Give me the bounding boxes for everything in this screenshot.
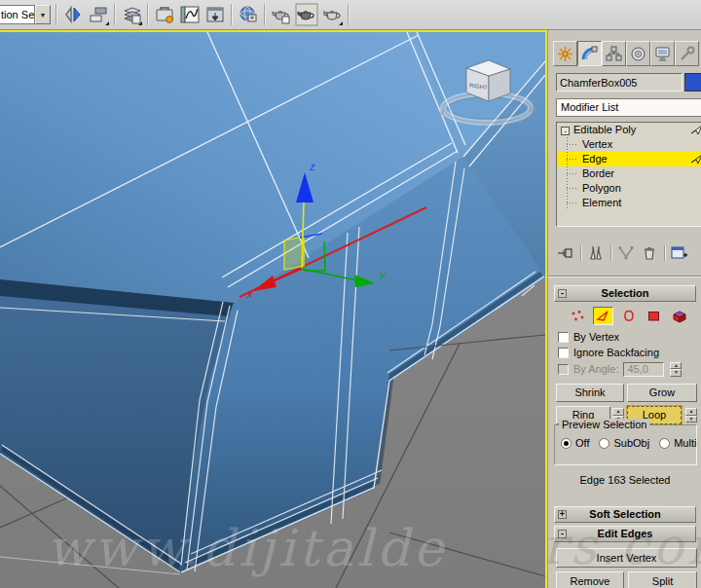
insert-vertex-button[interactable]: Insert Vertex — [556, 548, 697, 568]
tab-display[interactable] — [650, 41, 675, 66]
tab-hierarchy[interactable] — [602, 41, 626, 66]
tab-create[interactable] — [553, 41, 577, 66]
by-angle-checkbox — [558, 364, 569, 375]
collapse-icon[interactable]: - — [561, 127, 570, 135]
grow-button[interactable]: Grow — [627, 384, 697, 402]
render-production-icon[interactable] — [319, 2, 345, 27]
subobject-buttons — [568, 307, 689, 325]
modify-icon — [581, 46, 598, 62]
by-angle-label: By Angle: — [573, 363, 618, 375]
chevron-down-icon[interactable]: ▼ — [35, 5, 51, 24]
command-panel: Modifier List -Editable Poly Vertex Edge… — [547, 30, 701, 588]
toolbar-separator — [147, 4, 149, 25]
display-icon — [654, 46, 671, 62]
by-angle-field — [623, 362, 664, 377]
object-color-swatch[interactable] — [684, 73, 701, 92]
utilities-icon — [679, 46, 695, 62]
stack-row-polygon[interactable]: Polygon — [557, 181, 701, 196]
stack-row-arrow-icon — [690, 154, 701, 165]
curve-editor-icon[interactable] — [177, 2, 203, 27]
border-subobject-icon[interactable] — [618, 307, 639, 325]
hierarchy-icon — [606, 46, 622, 62]
modifier-list-dropdown[interactable]: Modifier List — [556, 98, 701, 117]
panel-separator — [548, 276, 701, 277]
show-end-result-icon[interactable] — [584, 243, 608, 263]
expand-icon[interactable]: + — [558, 510, 567, 519]
configure-modifier-sets-icon[interactable] — [668, 243, 691, 263]
perspective-viewport[interactable]: z x y RIGHT www.dijitalde — [0, 30, 547, 588]
tab-motion[interactable] — [626, 41, 650, 66]
preview-off-radio[interactable] — [561, 438, 572, 449]
selection-status: Edge 163 Selected — [548, 474, 701, 486]
tab-modify[interactable] — [577, 41, 602, 66]
named-selection-sets-combo[interactable]: tion Se ▼ — [0, 5, 51, 24]
polygon-subobject-icon[interactable] — [644, 307, 664, 325]
stack-row-editable-poly[interactable]: -Editable Poly — [557, 123, 701, 137]
collapse-icon[interactable]: - — [558, 530, 567, 538]
toolbar-separator — [348, 4, 350, 25]
soft-selection-rollout-header[interactable]: + Soft Selection — [554, 506, 696, 523]
graphite-modeling-icon[interactable] — [152, 2, 177, 27]
schematic-view-icon[interactable] — [203, 2, 228, 27]
main-toolbar: tion Se ▼ — [0, 0, 701, 30]
loop-spinner[interactable]: ▲▼ — [685, 408, 697, 423]
preview-selection-title: Preview Selection — [559, 419, 649, 430]
make-unique-icon[interactable] — [614, 243, 638, 263]
mirror-icon[interactable] — [60, 2, 86, 27]
preview-multi-radio[interactable] — [659, 438, 670, 449]
remove-modifier-icon[interactable] — [638, 243, 661, 263]
stack-row-element[interactable]: Element — [557, 196, 701, 210]
by-angle-spinner: ▲▼ — [670, 362, 682, 377]
create-icon — [557, 46, 573, 62]
gizmo-x-label: x — [246, 288, 253, 300]
stack-row-arrow-icon — [690, 125, 701, 135]
element-subobject-icon[interactable] — [669, 307, 689, 325]
shrink-button[interactable]: Shrink — [556, 384, 624, 402]
stack-row-vertex[interactable]: Vertex — [557, 137, 701, 152]
by-vertex-checkbox[interactable] — [558, 332, 569, 343]
by-vertex-label: By Vertex — [573, 331, 619, 343]
render-setup-icon[interactable] — [269, 2, 294, 27]
material-editor-icon[interactable] — [236, 2, 261, 27]
3ds-max-window: { "toolbar": { "selection_set_value": "t… — [0, 0, 701, 588]
selection-rollout-header[interactable]: - Selection — [554, 285, 696, 302]
stack-row-border[interactable]: Border — [557, 166, 701, 181]
rendered-frame-window-icon[interactable] — [294, 2, 319, 27]
layer-manager-icon[interactable] — [119, 2, 144, 27]
stack-row-edge[interactable]: Edge — [557, 152, 701, 166]
ignore-backfacing-label: Ignore Backfacing — [573, 347, 659, 358]
edge-subobject-icon[interactable] — [593, 307, 613, 325]
preview-selection-group: Preview Selection Off SubObj Multi — [554, 424, 697, 465]
toolbar-separator — [231, 4, 233, 25]
modifier-stack: -Editable Poly Vertex Edge Border Polygo… — [556, 122, 701, 227]
gizmo-plane-handle[interactable] — [284, 237, 304, 270]
object-name-field[interactable] — [556, 73, 683, 92]
tab-utilities[interactable] — [675, 41, 699, 66]
toolbar-separator — [55, 4, 57, 25]
split-button[interactable]: Split — [628, 571, 697, 588]
toolbar-separator — [114, 4, 116, 25]
vertex-subobject-icon[interactable] — [568, 307, 588, 325]
pin-stack-icon[interactable] — [554, 243, 577, 263]
collapse-icon[interactable]: - — [558, 289, 567, 298]
toolbar-separator — [264, 4, 266, 25]
align-icon[interactable] — [86, 2, 111, 27]
edit-edges-rollout-header[interactable]: - Edit Edges — [554, 526, 696, 542]
viewport-scene: z x y RIGHT — [0, 32, 545, 588]
named-selection-sets-value[interactable]: tion Se — [0, 5, 35, 24]
gizmo-z-label: z — [309, 161, 315, 172]
remove-button[interactable]: Remove — [556, 571, 624, 588]
preview-subobj-radio[interactable] — [599, 438, 609, 449]
ignore-backfacing-checkbox[interactable] — [558, 348, 569, 358]
command-panel-tabs — [553, 41, 699, 66]
motion-icon — [630, 46, 646, 62]
